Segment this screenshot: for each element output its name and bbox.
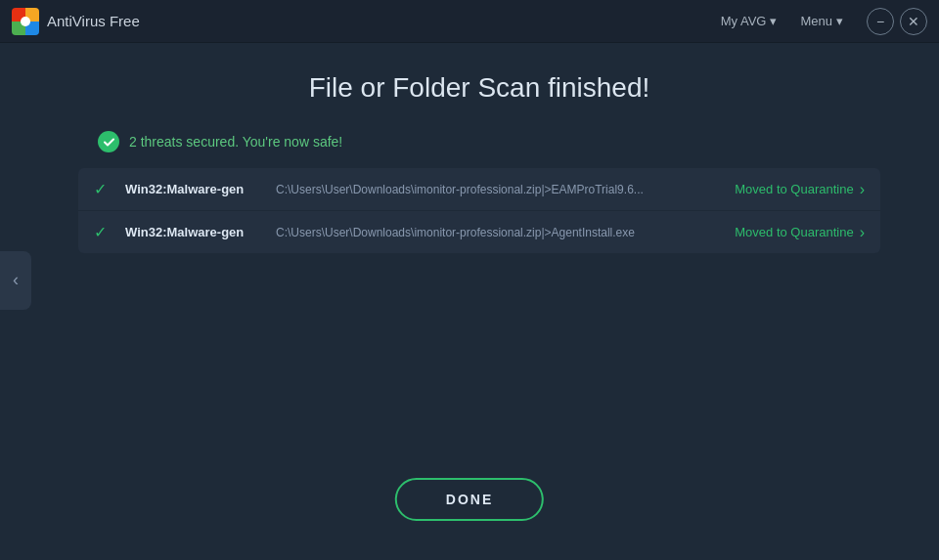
app-name: AntiVirus Free — [47, 13, 140, 29]
quarantine-status[interactable]: Moved to Quarantine › — [735, 181, 865, 198]
done-button[interactable]: DONE — [395, 478, 544, 521]
chevron-right-icon: › — [860, 224, 865, 241]
chevron-down-icon: ▾ — [836, 14, 843, 28]
threat-path: C:\Users\User\Downloads\imonitor-profess… — [276, 183, 721, 196]
title-bar: AntiVirus Free My AVG ▾ Menu ▾ − ✕ — [0, 0, 939, 43]
threats-text: 2 threats secured. You're now safe! — [129, 134, 342, 150]
done-container: DONE — [395, 478, 544, 521]
row-check-icon: ✓ — [94, 180, 112, 198]
chevron-right-icon: › — [860, 181, 865, 198]
results-table: ✓ Win32:Malware-gen C:\Users\User\Downlo… — [78, 168, 880, 253]
title-bar-left: AntiVirus Free — [12, 8, 140, 35]
threats-status-bar: 2 threats secured. You're now safe! — [98, 131, 342, 152]
chevron-left-icon: ‹ — [13, 270, 19, 290]
scan-title: File or Folder Scan finished! — [309, 72, 650, 104]
main-content: File or Folder Scan finished! 2 threats … — [0, 43, 939, 560]
window-controls: − ✕ — [867, 8, 927, 35]
menu-button[interactable]: Menu ▾ — [790, 10, 853, 32]
threat-path: C:\Users\User\Downloads\imonitor-profess… — [276, 226, 721, 239]
avg-logo — [12, 8, 39, 35]
table-row: ✓ Win32:Malware-gen C:\Users\User\Downlo… — [78, 168, 880, 211]
success-icon — [98, 131, 119, 152]
title-bar-right: My AVG ▾ Menu ▾ − ✕ — [711, 8, 927, 35]
quarantine-status[interactable]: Moved to Quarantine › — [735, 224, 865, 241]
threat-name: Win32:Malware-gen — [125, 225, 262, 239]
threat-name: Win32:Malware-gen — [125, 182, 262, 196]
table-row: ✓ Win32:Malware-gen C:\Users\User\Downlo… — [78, 211, 880, 253]
chevron-down-icon: ▾ — [770, 14, 777, 28]
my-avg-button[interactable]: My AVG ▾ — [711, 10, 787, 32]
minimize-button[interactable]: − — [867, 8, 894, 35]
close-button[interactable]: ✕ — [900, 8, 927, 35]
sidebar-toggle[interactable]: ‹ — [0, 251, 31, 310]
row-check-icon: ✓ — [94, 223, 112, 241]
